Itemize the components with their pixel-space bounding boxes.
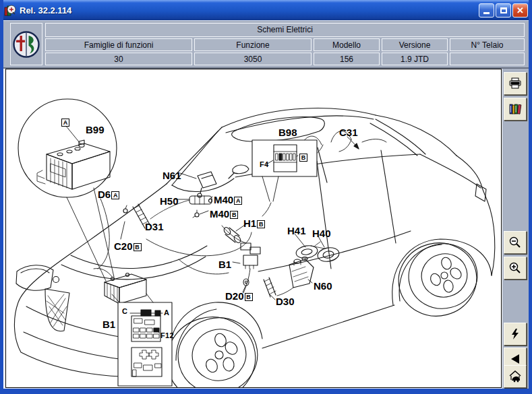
component-label-c20-b[interactable]: C20B: [114, 241, 142, 251]
col-header-telaio: N° Telaio: [450, 38, 525, 52]
app-icon: [4, 4, 16, 16]
component-label-h1-b[interactable]: H1B: [243, 218, 265, 228]
component-code: B1: [218, 259, 231, 270]
lightning-icon: [509, 328, 521, 340]
component-label-f4[interactable]: F4: [260, 161, 268, 168]
header-table: Schemi Elettrici Famiglie di funzioni Fu…: [45, 23, 525, 65]
component-label-d31[interactable]: D31: [145, 222, 164, 232]
value-famiglie: 30: [45, 53, 192, 65]
connector-letter-box: B: [299, 154, 307, 162]
component-code: M40: [210, 208, 229, 220]
connector-letter-box: B: [245, 293, 253, 301]
side-toolbar: [502, 69, 529, 389]
component-code: B98: [278, 127, 297, 138]
maximize-icon: [500, 7, 507, 13]
value-funzione: 3050: [194, 53, 312, 65]
connector-letter-box: A: [61, 119, 69, 127]
home-car-icon: [508, 370, 522, 383]
component-label-n61[interactable]: N61: [162, 170, 181, 180]
component-code: B99: [86, 124, 105, 135]
component-label-h41[interactable]: H41: [287, 226, 306, 236]
value-modello: 156: [314, 53, 380, 65]
component-label-h40[interactable]: H40: [312, 228, 331, 238]
component-code: F4: [260, 160, 268, 168]
component-code: D30: [276, 296, 295, 307]
component-label-b1[interactable]: B1: [218, 259, 231, 269]
value-telaio: [450, 53, 525, 65]
component-label-a[interactable]: A: [61, 117, 69, 127]
zoom-out-icon: [508, 236, 522, 249]
component-code: H40: [312, 228, 331, 239]
diagram-canvas[interactable]: AB99D6AN61H50M40AM40BD31C20BH1BB98C31F4B…: [5, 69, 502, 388]
component-label-b99[interactable]: B99: [86, 125, 105, 135]
component-label-n60[interactable]: N60: [314, 281, 332, 291]
minimize-icon: [483, 12, 490, 14]
connector-letter-box: A: [234, 197, 242, 205]
home-button[interactable]: [504, 365, 527, 388]
electrical-button[interactable]: [504, 323, 527, 346]
value-versione: 1.9 JTD: [382, 53, 448, 65]
component-code: C20: [114, 240, 133, 252]
app-window: Rel. 32.2.114 ✕ Schemi Elettrici Famigli…: [0, 0, 532, 394]
component-code: C31: [339, 127, 358, 138]
connector-letter-box: B: [257, 220, 265, 228]
titlebar: Rel. 32.2.114 ✕: [0, 0, 532, 20]
component-code: A: [164, 308, 169, 317]
books-icon: [508, 102, 522, 116]
component-label-d30[interactable]: D30: [276, 296, 295, 306]
component-label-layer: AB99D6AN61H50M40AM40BD31C20BH1BB98C31F4B…: [6, 69, 500, 387]
maximize-button[interactable]: [496, 3, 511, 18]
alfa-romeo-logo-icon: [13, 31, 40, 58]
component-code: D31: [145, 221, 164, 232]
col-header-funzione: Funzione: [194, 38, 312, 52]
col-header-famiglie: Famiglie di funzioni: [45, 38, 192, 52]
content-area: AB99D6AN61H50M40AM40BD31C20BH1BB98C31F4B…: [3, 69, 529, 389]
print-button[interactable]: [504, 72, 527, 95]
component-label-b[interactable]: B: [299, 152, 307, 162]
connector-letter-box: B: [230, 211, 238, 219]
component-code: M40: [214, 194, 233, 205]
component-code: H41: [287, 225, 306, 236]
component-code: D6: [98, 189, 111, 200]
close-icon: ✕: [516, 6, 524, 15]
component-label-b98[interactable]: B98: [278, 127, 297, 137]
page-title: Schemi Elettrici: [45, 23, 525, 37]
component-code: D20: [225, 290, 244, 302]
component-label-c31[interactable]: C31: [339, 127, 358, 137]
component-label-b1[interactable]: B1: [102, 319, 115, 329]
printer-icon: [508, 77, 522, 90]
zoom-in-button[interactable]: [504, 257, 527, 280]
component-label-d6-a[interactable]: D6A: [98, 189, 119, 199]
component-code: B1: [102, 319, 115, 330]
close-button[interactable]: ✕: [512, 3, 528, 18]
manuals-button[interactable]: [504, 98, 527, 121]
connector-letter-box: A: [111, 191, 119, 199]
component-code: N61: [162, 170, 181, 181]
component-code: N60: [314, 280, 332, 292]
component-label-c[interactable]: C: [122, 308, 127, 315]
window-title: Rel. 32.2.114: [20, 5, 477, 15]
component-label-a[interactable]: A: [164, 309, 169, 317]
component-code: H1: [243, 218, 256, 229]
back-arrow-icon: [509, 353, 521, 365]
header-panel: Schemi Elettrici Famiglie di funzioni Fu…: [3, 20, 529, 69]
component-code: F12: [160, 331, 174, 339]
brand-logo-cell: [10, 23, 42, 65]
connector-letter-box: B: [134, 243, 142, 251]
component-code: H50: [160, 195, 179, 207]
minimize-button[interactable]: [479, 3, 494, 18]
zoom-in-icon: [508, 261, 522, 275]
component-label-f12[interactable]: F12: [160, 332, 174, 339]
component-label-d20-b[interactable]: D20B: [225, 291, 253, 301]
component-label-m40-b[interactable]: M40B: [210, 209, 238, 219]
col-header-versione: Versione: [382, 38, 448, 52]
component-label-m40-a[interactable]: M40A: [214, 195, 242, 205]
zoom-out-button[interactable]: [504, 231, 527, 254]
component-label-h50[interactable]: H50: [160, 196, 179, 206]
component-code: C: [122, 307, 127, 315]
col-header-modello: Modello: [314, 38, 380, 52]
